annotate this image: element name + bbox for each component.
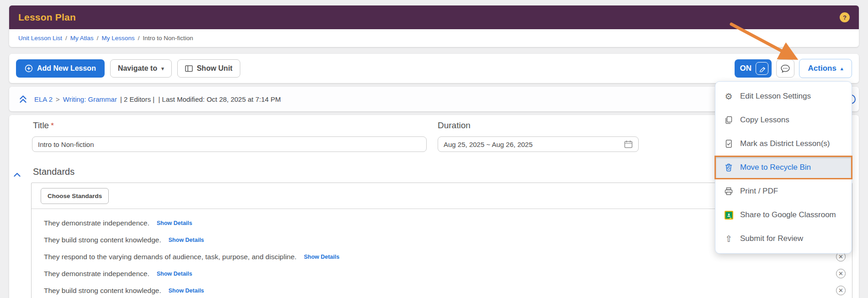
choose-standards-button[interactable]: Choose Standards [41,188,109,204]
required-asterisk: * [51,121,54,130]
menu-item-label: Copy Lessons [740,115,789,125]
show-details-link[interactable]: Show Details [169,288,204,294]
menu-item-edit-lesson-settings[interactable]: ⚙ Edit Lesson Settings [715,84,852,108]
show-details-link[interactable]: Show Details [304,254,339,260]
gear-icon: ⚙ [724,92,733,101]
standard-row: They build strong content knowledge. Sho… [32,282,852,298]
actions-dropdown-menu: ⚙ Edit Lesson Settings Copy Lessons Mark… [715,81,852,254]
standards-heading: Standards [33,167,74,177]
breadcrumb-separator: / [94,35,102,42]
calendar-icon[interactable] [624,140,633,148]
breadcrumb: Unit Lesson List / My Atlas / My Lessons… [9,29,859,47]
duration-input[interactable]: Aug 25, 2025 ~ Aug 26, 2025 [438,136,639,152]
show-details-link[interactable]: Show Details [157,220,192,226]
help-icon[interactable]: ? [840,12,850,22]
recycle-bin-icon [724,163,733,172]
toolbar-right-group: ON Actions ▴ [735,59,852,78]
toolbar: Add New Lesson Navigate to ▾ Show Unit O… [9,54,859,83]
add-new-lesson-button[interactable]: Add New Lesson [16,59,105,78]
standard-text: They demonstrate independence. [44,270,149,278]
menu-item-mark-as-district-lesson[interactable]: Mark as District Lesson(s) [715,132,852,156]
lesson-meta: | 2 Editors | | Last Modified: Oct 28, 2… [120,95,281,103]
navigate-to-button[interactable]: Navigate to ▾ [110,59,172,78]
comment-bubble-icon [780,64,790,73]
standard-text: They demonstrate independence. [44,219,149,227]
lesson-visibility-toggle[interactable]: ON [735,59,772,78]
remove-standard-icon[interactable]: ✕ [836,286,846,295]
breadcrumb-separator: / [135,35,143,42]
lesson-separator: > [53,95,63,103]
google-classroom-icon [724,211,733,220]
menu-item-share-to-google-classroom[interactable]: Share to Google Classroom [715,203,852,227]
document-check-icon [724,140,733,148]
menu-item-submit-for-review[interactable]: ⇧ Submit for Review [715,227,852,251]
show-details-link[interactable]: Show Details [157,271,192,277]
show-unit-label: Show Unit [197,64,233,73]
header-card: Lesson Plan ? Unit Lesson List / My Atla… [9,5,859,47]
standard-text: They respond to the varying demands of a… [44,253,296,261]
duration-label: Duration [438,120,471,131]
copy-icon [724,116,733,124]
menu-item-print-pdf[interactable]: Print / PDF [715,179,852,203]
title-input[interactable] [32,136,427,152]
show-details-link[interactable]: Show Details [169,237,204,243]
course-link[interactable]: ELA 2 [34,95,53,103]
comments-button[interactable] [776,59,794,78]
edit-pencil-icon[interactable] [756,62,768,75]
menu-item-move-to-recycle-bin[interactable]: Move to Recycle Bin [715,156,852,179]
submit-arrow-icon: ⇧ [724,235,733,243]
title-label: Title* [33,120,54,131]
printer-icon [724,187,733,195]
chevron-down-icon: ▾ [161,66,164,71]
remove-standard-icon[interactable]: ✕ [836,269,846,278]
standard-row: They demonstrate independence. Show Deta… [32,265,852,282]
actions-label: Actions [808,64,836,73]
on-label: ON [740,64,752,73]
duration-value: Aug 25, 2025 ~ Aug 26, 2025 [444,141,533,148]
page-header: Lesson Plan ? [9,5,859,29]
unit-panel-icon [185,65,193,72]
menu-item-label: Mark as District Lesson(s) [740,139,830,148]
breadcrumb-separator: / [62,35,70,42]
collapse-all-icon[interactable] [19,95,27,104]
plus-circle-icon [25,64,33,73]
breadcrumb-current: Intro to Non-fiction [143,35,193,42]
unit-link[interactable]: Writing: Grammar [63,95,117,103]
standards-collapse-icon[interactable] [14,171,21,179]
breadcrumb-link-my-atlas[interactable]: My Atlas [70,35,94,42]
breadcrumb-link-unit-lesson-list[interactable]: Unit Lesson List [18,35,62,42]
add-new-lesson-label: Add New Lesson [37,64,96,73]
standard-text: They build strong content knowledge. [44,236,161,244]
menu-item-label: Share to Google Classroom [740,210,836,220]
standard-text: They build strong content knowledge. [44,287,161,295]
menu-item-label: Submit for Review [740,234,803,243]
menu-item-label: Move to Recycle Bin [740,163,811,172]
navigate-to-label: Navigate to [118,64,157,73]
show-unit-button[interactable]: Show Unit [177,59,240,78]
menu-item-label: Print / PDF [740,187,778,196]
breadcrumb-link-my-lessons[interactable]: My Lessons [102,35,135,42]
chevron-up-icon: ▴ [841,66,843,71]
actions-button[interactable]: Actions ▴ [799,59,852,78]
page-title: Lesson Plan [18,12,76,23]
menu-item-label: Edit Lesson Settings [740,92,811,101]
menu-item-copy-lessons[interactable]: Copy Lessons [715,108,852,132]
